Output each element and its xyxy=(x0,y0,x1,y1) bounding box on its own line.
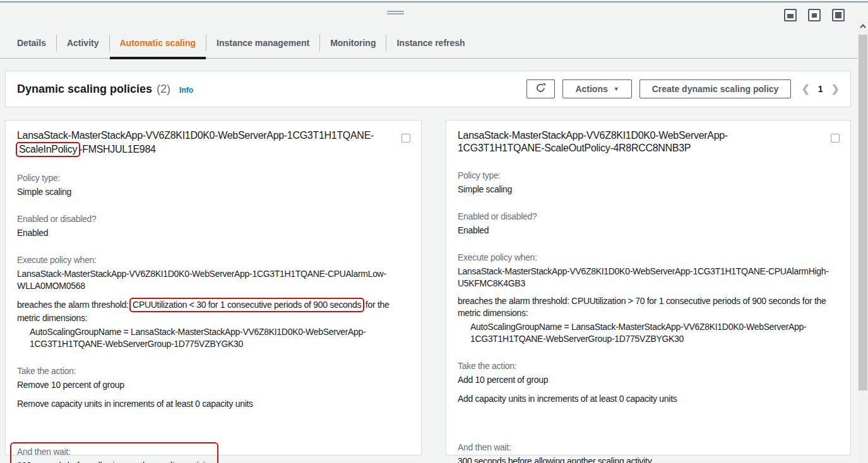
pagination-prev-icon[interactable]: ❮ xyxy=(801,84,809,94)
action-value: Add 10 percent of group xyxy=(458,374,839,386)
policy-name-highlight: ScaleOutPolicy xyxy=(544,143,610,153)
pagination-next-icon[interactable]: ❯ xyxy=(831,84,840,94)
wait-value: 300 seconds before allowing another scal… xyxy=(458,455,839,463)
scrollbar[interactable] xyxy=(858,19,868,463)
field-label: Enabled or disabled? xyxy=(458,211,839,222)
field-label: Policy type: xyxy=(17,172,410,184)
field-value: Enabled xyxy=(458,225,839,237)
field-label: Execute policy when: xyxy=(458,252,839,263)
tab-label: Monitoring xyxy=(330,38,376,48)
action-detail: Add capacity units in increments of at l… xyxy=(458,393,839,405)
alarm-threshold: breaches the alarm threshold: CPUUtiliza… xyxy=(458,295,839,319)
annotation-box-scalein: ScaleInPolicy xyxy=(16,142,80,157)
field-label: Execute policy when: xyxy=(17,254,410,266)
tab-automatic-scaling[interactable]: Automatic scaling xyxy=(110,28,206,58)
threshold-prefix: breaches the alarm threshold: xyxy=(458,296,571,306)
policy-checkbox[interactable] xyxy=(401,134,410,143)
alarm-threshold: breaches the alarm threshold: CPUUtiliza… xyxy=(17,298,410,324)
field-label: Take the action: xyxy=(17,365,410,377)
tab-label: Activity xyxy=(67,38,99,48)
enabled-field: Enabled or disabled? Enabled xyxy=(458,211,839,237)
take-action-field: Take the action: Remove 10 percent of gr… xyxy=(17,365,410,410)
field-value: Enabled xyxy=(17,227,410,239)
panel-layout-controls xyxy=(784,9,845,21)
action-value: Remove 10 percent of group xyxy=(17,379,410,391)
policy-card-scale-out: LansaStack-MasterStackApp-VV6Z8KI1D0K0-W… xyxy=(446,120,851,455)
tab-details[interactable]: Details xyxy=(7,28,56,58)
threshold-highlight: CPUUtilization > 70 for 1 consecutive pe… xyxy=(571,296,800,306)
actions-button[interactable]: Actions ▼ xyxy=(562,79,631,98)
tab-bar: Details Activity Automatic scaling Insta… xyxy=(0,28,857,59)
policy-card-scale-in: LansaStack-MasterStackApp-VV6Z8KI1D0K0-W… xyxy=(5,120,422,455)
policy-name-suffix: -FMSHJUL1E984 xyxy=(79,144,155,155)
wait-value: 300 seconds before allowing another scal… xyxy=(17,460,211,463)
split-panel-side-icon[interactable] xyxy=(808,9,821,21)
execute-policy-field: Execute policy when: LansaStack-MasterSt… xyxy=(17,254,410,350)
wait-field: And then wait: 300 seconds before allowi… xyxy=(458,442,839,463)
field-value: Simple scaling xyxy=(17,186,410,198)
split-panel-bottom-icon[interactable] xyxy=(784,9,797,21)
pagination-page-number[interactable]: 1 xyxy=(818,84,823,94)
policies-count: (2) xyxy=(157,83,170,96)
field-label: Policy type: xyxy=(458,170,839,181)
policy-name-suffix: -4R8RCC8NNB3P xyxy=(610,143,691,153)
policy-name-prefix: LansaStack-MasterStackApp-VV6Z8KI1D0K0-W… xyxy=(17,130,374,141)
info-link[interactable]: Info xyxy=(179,86,193,95)
create-button-label: Create dynamic scaling policy xyxy=(652,84,779,94)
metric-dimension: AutoScalingGroupName = LansaStack-Master… xyxy=(17,326,410,350)
policy-name-highlight: ScaleInPolicy xyxy=(19,144,77,155)
threshold-prefix: breaches the alarm threshold: xyxy=(17,300,131,310)
execute-policy-field: Execute policy when: LansaStack-MasterSt… xyxy=(458,252,839,345)
take-action-field: Take the action: Add 10 percent of group… xyxy=(458,360,839,405)
policy-type-field: Policy type: Simple scaling xyxy=(17,172,410,198)
action-detail: Remove capacity units in increments of a… xyxy=(17,398,410,410)
annotation-box-threshold: CPUUtilization < 30 for 1 consecutive pe… xyxy=(129,298,364,312)
policy-checkbox[interactable] xyxy=(831,134,840,143)
alarm-name: LansaStack-MasterStackApp-VV6Z8KI1D0K0-W… xyxy=(458,266,839,290)
policy-type-field: Policy type: Simple scaling xyxy=(458,170,839,196)
field-label: Take the action: xyxy=(458,360,839,372)
tab-label: Automatic scaling xyxy=(120,38,196,48)
tab-label: Instance refresh xyxy=(396,38,465,48)
tab-monitoring[interactable]: Monitoring xyxy=(320,28,386,58)
policies-header-panel: Dynamic scaling policies (2) Info Action… xyxy=(5,71,851,107)
tab-label: Instance management xyxy=(217,38,309,48)
tab-instance-refresh[interactable]: Instance refresh xyxy=(386,28,475,58)
field-label: Enabled or disabled? xyxy=(17,213,410,225)
tab-activity[interactable]: Activity xyxy=(57,28,109,58)
create-dynamic-scaling-policy-button[interactable]: Create dynamic scaling policy xyxy=(639,79,792,98)
tab-label: Details xyxy=(17,38,46,48)
scroll-up-arrow-icon[interactable] xyxy=(858,19,868,33)
pagination: ❮ 1 ❯ xyxy=(801,84,840,94)
field-value: Simple scaling xyxy=(458,184,839,196)
refresh-button[interactable] xyxy=(526,79,555,98)
field-label: And then wait: xyxy=(458,442,839,453)
metric-dimension: AutoScalingGroupName = LansaStack-Master… xyxy=(458,321,839,345)
auto-scaling-console-page: Details Activity Automatic scaling Insta… xyxy=(0,0,868,463)
scrollbar-thumb[interactable] xyxy=(859,35,867,390)
field-label: And then wait: xyxy=(17,446,211,457)
split-panel-drag-handle[interactable] xyxy=(387,11,404,16)
policy-name: LansaStack-MasterStackApp-VV6Z8KI1D0K0-W… xyxy=(458,129,839,155)
refresh-icon xyxy=(535,83,546,95)
enabled-field: Enabled or disabled? Enabled xyxy=(17,213,410,239)
actions-button-label: Actions xyxy=(575,84,607,94)
threshold-highlight: CPUUtilization < 30 for 1 consecutive pe… xyxy=(133,300,361,310)
annotation-box-wait: And then wait: 300 seconds before allowi… xyxy=(10,442,218,463)
page-title: Dynamic scaling policies xyxy=(17,83,152,96)
split-panel-divider xyxy=(0,1,868,3)
alarm-name: LansaStack-MasterStackApp-VV6Z8KI1D0K0-W… xyxy=(17,268,410,292)
tab-instance-management[interactable]: Instance management xyxy=(206,28,319,58)
caret-down-icon: ▼ xyxy=(614,86,619,92)
split-panel-full-icon[interactable] xyxy=(832,9,845,21)
policy-name: LansaStack-MasterStackApp-VV6Z8KI1D0K0-W… xyxy=(17,129,410,157)
